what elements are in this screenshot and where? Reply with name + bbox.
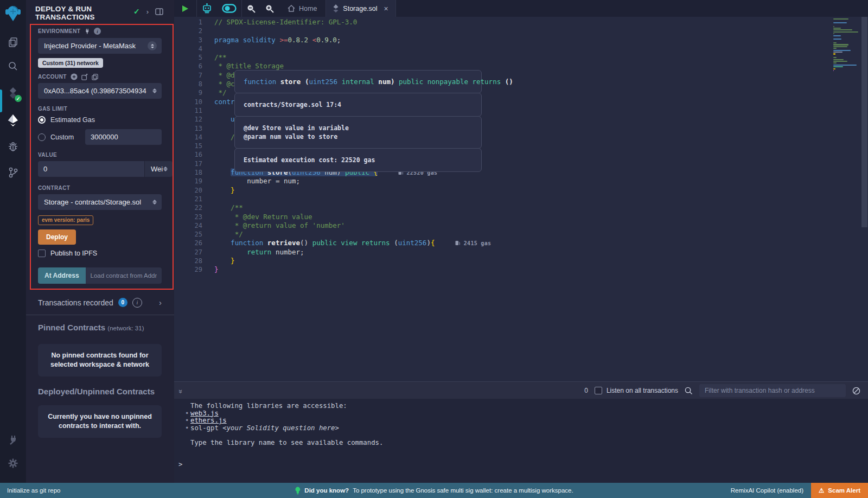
editor-minimap[interactable] — [833, 18, 860, 72]
zoom-out-icon — [247, 4, 256, 13]
pin-panel-icon[interactable] — [155, 8, 163, 15]
code-line — [214, 44, 835, 53]
value-unit-select[interactable]: Wei — [145, 161, 173, 177]
warning-icon: ⚠ — [819, 487, 824, 494]
zoom-out-button[interactable] — [242, 0, 260, 17]
code-line — [214, 27, 835, 35]
value-row: Wei — [38, 161, 162, 177]
sidebar-item-file-explorer[interactable] — [0, 30, 26, 54]
code-line: /** — [214, 53, 835, 62]
listen-label: Listen on all transactions — [607, 387, 678, 394]
terminal[interactable]: The following libraries are accessible: … — [174, 399, 868, 487]
environment-select[interactable]: Injected Provider - MetaMask — [38, 38, 162, 54]
environment-info-icon[interactable]: i — [94, 28, 101, 35]
terminal-lib-item: sol-gpt <your Solidity question here> — [174, 425, 868, 432]
plug-icon[interactable] — [84, 28, 90, 34]
ai-copilot-button[interactable] — [197, 0, 217, 17]
listen-checkbox[interactable] — [595, 387, 602, 394]
estimated-gas-option[interactable]: Estimated Gas — [38, 116, 162, 124]
terminal-tip: Type the library name to see available c… — [174, 439, 868, 447]
compile-success-badge: ✓ — [15, 95, 22, 102]
value-unit-caret-icon — [163, 166, 168, 172]
status-bar: Initialize as git repo Did you know? To … — [0, 483, 868, 498]
value-label: VALUE — [38, 152, 162, 158]
transactions-expand-icon[interactable]: › — [159, 298, 162, 307]
code-line: } — [214, 265, 835, 274]
edit-account-icon[interactable] — [81, 74, 88, 80]
terminal-filter-input[interactable] — [699, 384, 846, 397]
toggle-on-icon — [222, 4, 237, 13]
add-account-icon[interactable] — [71, 73, 78, 80]
code-editor[interactable]: 1234567891011121314151617181920212223242… — [174, 17, 868, 381]
terminal-search-icon[interactable] — [685, 387, 693, 395]
robot-icon — [202, 3, 212, 14]
tab-storage-sol[interactable]: Storage.sol × — [326, 0, 395, 17]
terminal-prompt[interactable]: > — [174, 461, 868, 469]
account-value: 0xA03...85ac4 (0.398673504934 — [44, 87, 152, 95]
tip-label: Did you know? — [304, 487, 349, 494]
terminal-collapse-icon[interactable]: » — [177, 389, 185, 392]
run-script-button[interactable] — [174, 0, 196, 17]
scam-alert-button[interactable]: ⚠ Scam Alert — [811, 483, 868, 498]
transactions-recorded-label: Transactions recorded — [38, 298, 113, 307]
contract-label: CONTRACT — [38, 185, 162, 191]
git-init-button[interactable]: Initialize as git repo — [7, 483, 60, 498]
code-line: number = num; — [214, 177, 835, 186]
sidebar-item-git[interactable] — [0, 161, 26, 184]
at-address-input[interactable] — [86, 267, 162, 284]
icon-rail: ✓ — [0, 0, 27, 483]
value-input[interactable] — [38, 161, 144, 177]
tab-home[interactable]: Home — [279, 0, 326, 17]
zoom-in-button[interactable] — [260, 0, 279, 17]
sidebar-item-search[interactable] — [0, 54, 26, 78]
remix-logo[interactable] — [0, 0, 26, 26]
sidebar-item-debugger[interactable] — [0, 135, 26, 158]
publish-ipfs-row[interactable]: Publish to IPFS — [38, 250, 162, 257]
lightbulb-icon — [295, 487, 301, 495]
terminal-libs-list: web3.jsethers.jssol-gpt <your Solidity q… — [174, 410, 868, 432]
unpinned-empty-message: Currently you have no unpinned contracts… — [38, 405, 162, 438]
tooltip-signature: function store (uint256 internal num) pu… — [234, 70, 482, 93]
publish-ipfs-checkbox[interactable] — [38, 250, 46, 257]
terminal-intro: The following libraries are accessible: — [174, 403, 868, 410]
sidebar-item-settings[interactable] — [0, 451, 26, 475]
panel-title: DEPLOY & RUN TRANSACTIONS — [35, 5, 117, 21]
listen-all-transactions-row[interactable]: Listen on all transactions — [595, 387, 678, 394]
copilot-toggle[interactable] — [217, 0, 241, 17]
sidebar-item-plugin-manager[interactable] — [0, 427, 26, 451]
panel-check-icon: ✓ — [133, 7, 140, 16]
close-tab-icon[interactable]: × — [384, 4, 388, 13]
estimated-gas-radio[interactable] — [38, 116, 46, 124]
file-tab-label: Storage.sol — [343, 5, 377, 12]
contract-caret-icon — [152, 199, 157, 205]
did-you-know-tip: Did you know? To prototype using the Gno… — [295, 483, 573, 498]
solidity-file-icon — [333, 4, 339, 12]
pinned-contracts-heading: Pinned Contracts (network: 31) — [38, 323, 162, 332]
transactions-count-badge: 0 — [118, 298, 127, 307]
code-line: return number; — [214, 248, 835, 257]
transactions-info-icon[interactable]: i — [132, 298, 142, 308]
custom-gas-input[interactable] — [85, 129, 162, 145]
at-address-button[interactable]: At Address — [38, 267, 86, 284]
deploy-button[interactable]: Deploy — [38, 229, 76, 245]
clear-console-icon[interactable] — [852, 387, 860, 395]
panel-divider — [26, 315, 174, 315]
panel-collapse-icon[interactable]: › — [146, 8, 149, 16]
account-caret-icon — [152, 88, 157, 94]
contract-select[interactable]: Storage - contracts/Storage.sol — [38, 194, 162, 210]
copy-account-icon[interactable] — [92, 74, 98, 80]
account-label: ACCOUNT — [38, 74, 67, 80]
search-icon — [8, 61, 18, 72]
publish-ipfs-label: Publish to IPFS — [50, 250, 97, 257]
home-icon — [288, 5, 295, 12]
git-branch-icon — [8, 167, 18, 178]
account-select[interactable]: 0xA03...85ac4 (0.398673504934 — [38, 83, 162, 99]
main-area: Home Storage.sol × 123456789101112131415… — [174, 0, 868, 483]
sidebar-item-deploy-run[interactable] — [0, 108, 26, 132]
evm-version-badge: evm version: paris — [38, 215, 93, 225]
custom-gas-option[interactable]: Custom — [38, 129, 162, 145]
copilot-status[interactable]: RemixAI Copilot (enabled) — [731, 487, 803, 494]
sidebar-item-solidity-compiler[interactable]: ✓ — [0, 81, 26, 105]
editor-scrollbar[interactable] — [861, 17, 867, 227]
custom-gas-radio[interactable] — [38, 133, 46, 141]
